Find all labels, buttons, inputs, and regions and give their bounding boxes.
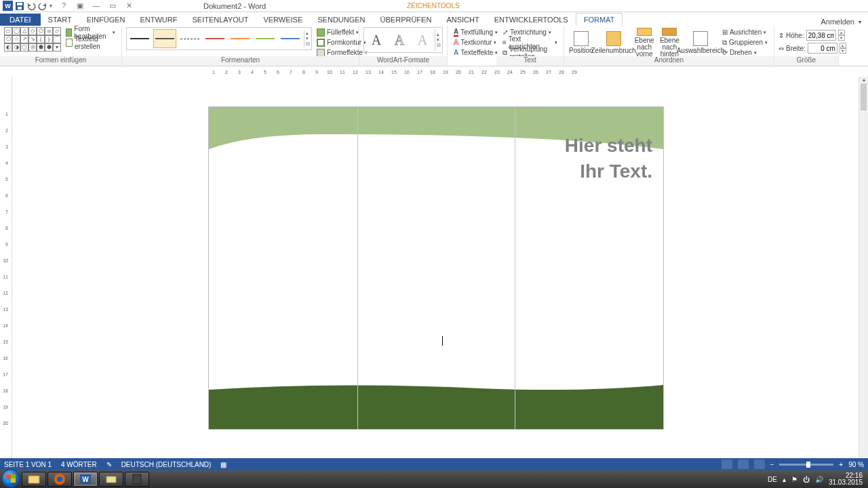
zoom-in-icon[interactable]: + [839,461,843,468]
effects-label: Formeffekte [327,49,363,56]
svg-point-5 [57,476,62,482]
shape-style-gallery[interactable]: ▴▾⊟ [126,27,312,50]
word-count[interactable]: 4 WÖRTER [61,461,97,468]
view-web-icon[interactable] [754,460,765,469]
forward-icon [637,28,652,36]
macro-icon[interactable]: ▦ [220,461,226,468]
wordart-style-1[interactable]: A [366,29,387,51]
page-status[interactable]: SEITE 1 VON 1 [4,461,52,468]
account-dropdown-icon[interactable]: ▾ [859,19,861,25]
text-direction-icon: ⤢ [502,28,508,36]
tab-ueberpruefen[interactable]: ÜBERPRÜFEN [373,14,439,26]
shapes-gallery[interactable]: ▭◯△◇⬠⧈▱ ⬡☆↗↘{}⌒ ◐◑▢◎⬟⬢▾ [4,27,61,52]
taskbar-firefox[interactable] [47,472,72,487]
view-print-icon[interactable] [738,460,749,469]
fill-icon [317,28,325,37]
clock-date: 31.03.2015 [829,479,863,487]
wrap-text-button[interactable]: Zeilenumbruch [597,27,631,58]
group-button[interactable]: ⧉Gruppieren▾ [720,37,770,47]
tab-start[interactable]: START [41,14,79,26]
taskbar-app-1[interactable] [99,472,123,487]
height-spinner[interactable]: ▴▾ [838,30,845,41]
maximize-icon[interactable]: ▭ [108,1,117,11]
horizontal-ruler[interactable]: 1234567891011121314151617181920212223242… [0,66,868,77]
wordart-gallery[interactable]: A A A ▴▾⊟ [363,27,443,53]
start-button[interactable] [1,469,20,488]
tray-network-icon[interactable]: ⏻ [803,476,810,483]
redo-icon[interactable] [38,1,47,11]
tab-file[interactable]: DATEI [0,14,41,26]
qat-dropdown-icon[interactable]: ▾ [50,3,52,9]
minimize-icon[interactable]: — [92,1,101,11]
zoom-level[interactable]: 90 % [848,461,864,468]
page[interactable]: Hier steht Ihr Text. [209,107,663,429]
group-btn-label: Gruppieren [729,39,763,46]
tab-einfuegen[interactable]: EINFÜGEN [79,14,133,26]
group-text: ⤢Textrichtung▾ ≡Text ausrichten▾ ⧉Verknü… [496,26,564,66]
placeholder-text[interactable]: Hier steht Ihr Text. [510,133,652,184]
quick-access-toolbar: W ▾ [0,1,55,11]
close-icon[interactable]: ✕ [124,1,134,11]
taskbar-word[interactable]: W [73,472,98,487]
taskbar-app-2[interactable] [125,472,149,487]
word-app-icon: W [3,1,13,11]
view-read-icon[interactable] [722,460,732,469]
language-indicator[interactable]: DE [768,476,777,483]
selection-pane-button[interactable]: Auswahlbereich [684,27,717,58]
tab-sendungen[interactable]: SENDUNGEN [310,14,372,26]
wordart-style-3[interactable]: A [412,29,433,51]
scroll-thumb[interactable] [861,83,867,110]
vertical-ruler[interactable]: 1234567891011121314151617181920 [0,77,12,470]
textbox-icon [66,39,73,47]
zoom-handle[interactable] [806,462,810,468]
tab-seitenlayout[interactable]: SEITENLAYOUT [184,14,256,26]
text-outline-button[interactable]: ATextkontur▾ [452,37,500,47]
taskbar-clock[interactable]: 22:16 31.03.2015 [829,472,863,487]
textbox-button[interactable]: Textfeld erstellen [64,37,117,47]
group-label: Anordnen [564,56,774,66]
tab-entwurf[interactable]: ENTWURF [132,14,184,26]
tray-volume-icon[interactable]: 🔊 [815,476,823,483]
align-label: Ausrichten [730,28,762,36]
fill-label: Fülleffekt [327,28,354,36]
taskbar: W DE ▴ ⚑ ⏻ 🔊 22:16 31.03.2015 [0,470,868,488]
bring-forward-button[interactable]: Ebene nach vorne [633,27,656,58]
text-fill-button[interactable]: ATextfüllung▾ [452,27,500,37]
height-input[interactable] [806,30,836,41]
position-button[interactable]: Position [568,27,594,58]
vertical-scrollbar[interactable]: ▴ ▾ [859,77,868,470]
text-effects-button[interactable]: ATexteffekte▾ [452,47,500,58]
tab-entwicklertools[interactable]: ENTWICKLERTOOLS [487,14,576,26]
tray-chevron-icon[interactable]: ▴ [783,476,786,483]
language-status[interactable]: DEUTSCH (DEUTSCHLAND) [121,461,212,468]
ribbon-options-icon[interactable]: ▣ [75,1,85,11]
zoom-slider[interactable] [779,464,833,466]
tab-ansicht[interactable]: ANSICHT [439,14,486,26]
width-spinner[interactable]: ▴▾ [840,43,846,54]
proofing-icon[interactable]: ✎ [106,461,112,468]
group-label: Formen einfügen [0,56,121,66]
width-input[interactable] [808,43,837,54]
rotate-icon: ⟳ [722,49,728,56]
width-icon: ⇔ [778,45,784,52]
tray-action-center-icon[interactable]: ⚑ [791,476,797,483]
align-button[interactable]: ⊞Ausrichten▾ [720,27,770,37]
group-text-style: ATextfüllung▾ ATextkontur▾ ATexteffekte▾ [448,26,496,66]
document-area: 1234567891011121314151617181920 Hier ste… [0,77,859,470]
align-icon: ⊞ [722,28,728,36]
svg-rect-3 [28,476,39,483]
wordart-style-2[interactable]: A [389,29,410,51]
position-icon [574,31,589,46]
help-icon[interactable]: ? [59,1,68,11]
text-cursor [442,336,443,346]
tab-verweise[interactable]: VERWEISE [256,14,310,26]
zoom-out-icon[interactable]: − [770,461,774,468]
undo-icon[interactable] [26,1,36,11]
tab-format[interactable]: FORMAT [576,13,623,26]
login-link[interactable]: Anmelden [821,18,854,26]
taskbar-explorer[interactable] [22,472,46,487]
height-row: ⇕ Höhe: ▴▾ [778,30,846,41]
save-icon[interactable] [15,1,24,11]
column-guide-1 [357,107,358,429]
ribbon: ▭◯△◇⬠⧈▱ ⬡☆↗↘{}⌒ ◐◑▢◎⬟⬢▾ Form bearbeiten▾… [0,26,868,66]
